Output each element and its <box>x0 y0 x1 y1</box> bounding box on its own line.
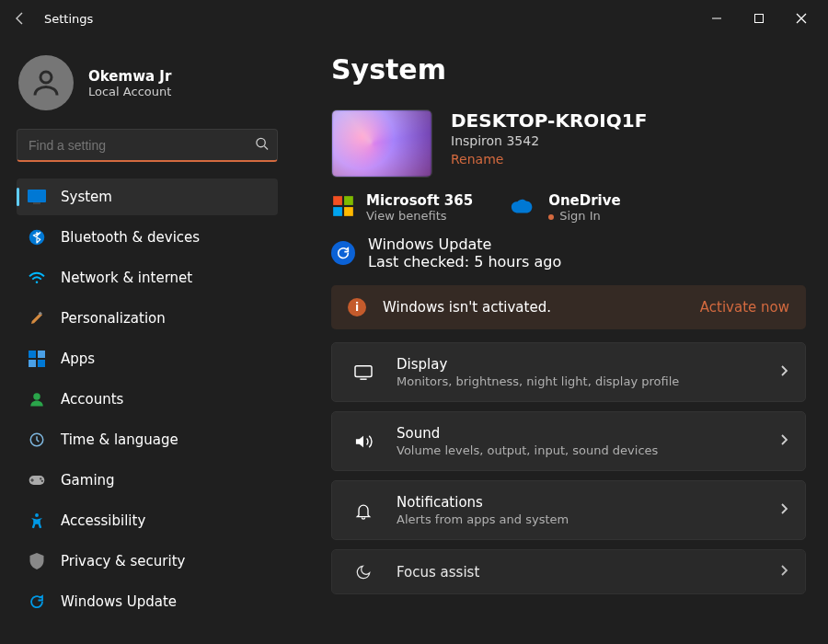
maximize-button[interactable] <box>738 4 780 33</box>
account-icon <box>28 390 46 408</box>
svg-rect-22 <box>333 196 342 205</box>
chevron-right-icon <box>779 501 788 519</box>
onedrive-tile[interactable]: OneDrive Sign In <box>510 192 621 223</box>
sidebar: Okemwa Jr Local Account System Bluetooth… <box>0 37 294 644</box>
onedrive-title: OneDrive <box>548 192 621 209</box>
app-title: Settings <box>44 12 93 26</box>
device-name: DESKTOP-KROIQ1F <box>451 109 647 132</box>
sidebar-item-time-language[interactable]: Time & language <box>17 421 278 458</box>
sidebar-item-bluetooth[interactable]: Bluetooth & devices <box>17 219 278 256</box>
svg-rect-26 <box>355 365 372 376</box>
m365-title: Microsoft 365 <box>366 192 473 209</box>
minimize-button[interactable] <box>696 4 738 33</box>
sidebar-item-label: Bluetooth & devices <box>61 229 200 246</box>
sidebar-item-label: Network & internet <box>61 270 192 286</box>
svg-rect-7 <box>28 190 46 202</box>
card-subtitle: Monitors, brightness, night light, displ… <box>397 374 679 388</box>
card-title: Notifications <box>397 494 569 511</box>
svg-rect-8 <box>33 202 40 204</box>
sidebar-item-label: Time & language <box>61 431 178 448</box>
card-title: Sound <box>397 425 658 442</box>
svg-rect-23 <box>344 196 353 205</box>
sidebar-item-label: Windows Update <box>61 593 177 610</box>
activate-now-link[interactable]: Activate now <box>700 299 789 316</box>
sidebar-item-privacy[interactable]: Privacy & security <box>17 543 278 580</box>
sidebar-item-label: Accounts <box>61 391 123 408</box>
sidebar-item-gaming[interactable]: Gaming <box>17 462 278 499</box>
m365-sub: View benefits <box>366 209 473 223</box>
profile-block[interactable]: Okemwa Jr Local Account <box>17 55 278 110</box>
activation-text: Windows isn't activated. <box>383 299 700 316</box>
rename-link[interactable]: Rename <box>451 152 503 167</box>
card-subtitle: Volume levels, output, input, sound devi… <box>397 443 658 457</box>
back-button[interactable] <box>6 4 35 33</box>
sidebar-item-label: System <box>61 189 112 205</box>
update-title: Windows Update <box>368 236 561 253</box>
display-card[interactable]: Display Monitors, brightness, night ligh… <box>331 342 806 402</box>
accessibility-icon <box>28 512 46 530</box>
update-icon <box>28 592 46 611</box>
desktop-wallpaper-thumbnail[interactable] <box>331 109 432 178</box>
sidebar-item-windows-update[interactable]: Windows Update <box>17 583 278 620</box>
windows-update-circle-icon <box>331 241 355 265</box>
sidebar-item-label: Privacy & security <box>61 553 185 569</box>
svg-point-10 <box>36 282 39 284</box>
clock-icon <box>28 431 46 449</box>
device-summary: DESKTOP-KROIQ1F Inspiron 3542 Rename <box>331 109 806 178</box>
sidebar-item-network[interactable]: Network & internet <box>17 259 278 296</box>
minimize-icon <box>711 13 722 24</box>
moon-icon <box>349 564 378 581</box>
microsoft-365-tile[interactable]: Microsoft 365 View benefits <box>331 192 473 223</box>
sidebar-item-label: Personalization <box>61 310 166 327</box>
page-title: System <box>331 53 806 86</box>
update-sub: Last checked: 5 hours ago <box>368 253 561 270</box>
card-title: Focus assist <box>397 564 479 581</box>
sidebar-item-label: Gaming <box>61 472 115 489</box>
chevron-right-icon <box>779 563 788 581</box>
avatar <box>18 55 74 110</box>
sidebar-item-system[interactable]: System <box>17 178 278 215</box>
gaming-icon <box>28 471 46 489</box>
close-button[interactable] <box>780 4 822 33</box>
person-icon <box>29 66 63 99</box>
sidebar-item-accessibility[interactable]: Accessibility <box>17 502 278 539</box>
card-subtitle: Alerts from apps and system <box>397 512 569 526</box>
close-icon <box>796 13 807 24</box>
device-model: Inspiron 3542 <box>451 133 647 148</box>
svg-rect-25 <box>344 207 353 216</box>
sidebar-item-apps[interactable]: Apps <box>17 340 278 377</box>
sound-icon <box>349 433 378 450</box>
sound-card[interactable]: Sound Volume levels, output, input, soun… <box>331 411 806 471</box>
sidebar-item-accounts[interactable]: Accounts <box>17 381 278 418</box>
profile-name: Okemwa Jr <box>88 68 171 85</box>
content-area: System DESKTOP-KROIQ1F Inspiron 3542 Ren… <box>294 37 828 644</box>
titlebar: Settings <box>0 0 828 37</box>
warning-dot-icon <box>548 214 554 220</box>
notifications-card[interactable]: Notifications Alerts from apps and syste… <box>331 480 806 540</box>
onedrive-icon <box>510 197 537 219</box>
svg-rect-14 <box>29 360 36 367</box>
card-title: Display <box>397 356 679 373</box>
svg-rect-13 <box>38 351 45 358</box>
search-input[interactable] <box>17 129 278 162</box>
sidebar-item-label: Apps <box>61 351 95 367</box>
profile-account-type: Local Account <box>88 85 171 98</box>
chevron-right-icon <box>779 432 788 450</box>
arrow-left-icon <box>13 11 28 26</box>
sidebar-item-label: Accessibility <box>61 512 145 529</box>
apps-icon <box>28 350 46 368</box>
svg-point-21 <box>35 513 39 517</box>
paintbrush-icon <box>28 309 46 328</box>
wifi-icon <box>28 269 46 287</box>
svg-rect-12 <box>29 351 36 358</box>
sidebar-item-personalization[interactable]: Personalization <box>17 300 278 337</box>
shield-icon <box>28 552 46 570</box>
focus-assist-card[interactable]: Focus assist <box>331 549 806 594</box>
svg-point-20 <box>41 480 43 482</box>
windows-update-tile[interactable]: Windows Update Last checked: 5 hours ago <box>331 236 806 270</box>
svg-point-4 <box>40 72 52 83</box>
chevron-right-icon <box>779 363 788 381</box>
info-icon: i <box>348 298 366 316</box>
maximize-icon <box>753 13 765 24</box>
bluetooth-icon <box>28 228 46 247</box>
